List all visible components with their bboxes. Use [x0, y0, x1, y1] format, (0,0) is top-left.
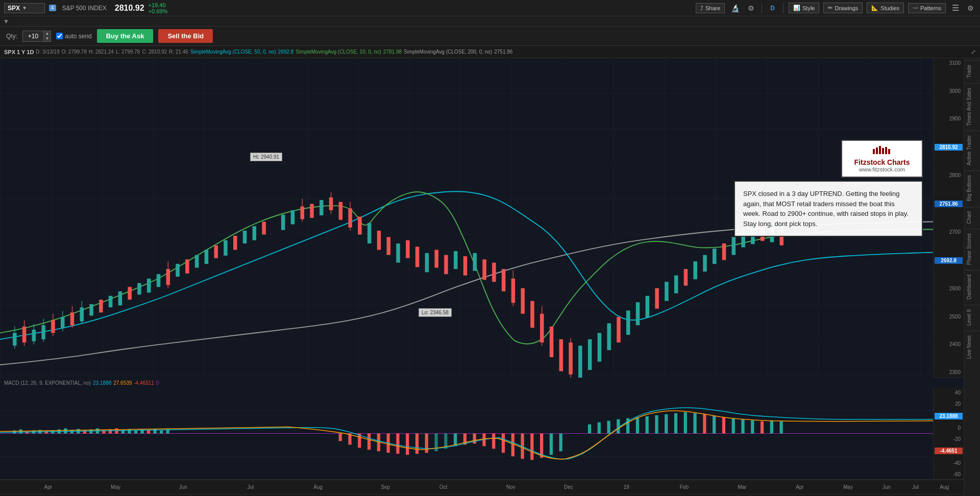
svg-rect-166 [674, 413, 677, 434]
time-may: May [111, 484, 120, 490]
style-button[interactable]: 📊 Style [789, 3, 819, 13]
patterns-button[interactable]: 〰 Patterns [908, 3, 946, 13]
share-button[interactable]: ⤴ Share [696, 3, 725, 13]
svg-rect-159 [607, 421, 610, 434]
price-change: +19.40 +0.69% [149, 2, 168, 14]
menu-icon[interactable]: ☰ [950, 2, 961, 14]
svg-rect-20 [109, 296, 113, 308]
separator1 [762, 3, 762, 13]
chart-low: L: 2799.78 [116, 49, 140, 55]
sma50-value: 2692.8 [278, 49, 294, 55]
svg-rect-55 [415, 246, 420, 267]
macd-scale-neg20: -20 [935, 436, 963, 442]
price-scale: 3100 3000 2900 2810.92 2800 2751.86 2700… [933, 58, 964, 377]
svg-rect-80 [626, 311, 630, 335]
sma10-label: SimpleMovingAvg (CLOSE, 10, 0, no) [296, 49, 381, 55]
svg-rect-34 [233, 236, 237, 250]
svg-rect-81 [636, 302, 640, 325]
svg-rect-149 [492, 434, 495, 449]
sma200-value: 2751.86 [494, 49, 512, 55]
price-chart[interactable]: Hi: 2940.91 Lo: 2346.58 [0, 58, 964, 378]
time-feb: Feb [680, 484, 689, 490]
gear-settings-icon[interactable]: ⚙ [965, 3, 976, 13]
svg-rect-141 [415, 434, 419, 454]
macd-value4: 0 [156, 380, 159, 386]
qty-down-button[interactable]: ▼ [43, 36, 51, 41]
qty-up-button[interactable]: ▲ [43, 31, 51, 36]
sma10-value: 2781.98 [383, 49, 402, 55]
svg-rect-97 [873, 149, 875, 154]
svg-rect-46 [339, 202, 343, 220]
dropdown-icon[interactable]: ▼ [22, 5, 27, 11]
drawings-button[interactable]: ✏ Drawings [823, 3, 863, 13]
svg-rect-77 [598, 333, 602, 361]
symbol-selector[interactable]: SPX ▼ [4, 3, 45, 13]
svg-rect-162 [636, 417, 639, 434]
chart-symbol: SPX 1 Y 1D [4, 49, 34, 55]
sell-bid-button[interactable]: Sell the Bid [158, 29, 213, 43]
chart-open: O: 2799.78 [61, 49, 86, 55]
svg-rect-116 [64, 429, 67, 434]
collapse-icon[interactable]: ▼ [3, 18, 9, 25]
chart-expand-icon[interactable]: ⤢ [971, 48, 976, 56]
svg-rect-64 [502, 269, 506, 291]
svg-rect-91 [732, 237, 736, 255]
sidebar-tab-active-trader[interactable]: Active Trader [964, 131, 980, 169]
svg-rect-75 [578, 345, 582, 379]
svg-rect-18 [89, 304, 93, 316]
chart-date: D: 3/13/19 [36, 49, 59, 55]
svg-rect-175 [761, 421, 764, 434]
macd-scale-neg40: -40 [935, 460, 963, 466]
flask-icon[interactable]: 🔬 [729, 3, 742, 13]
price-2600: 2600 [935, 286, 963, 291]
buy-ask-button[interactable]: Buy the Ask [97, 29, 154, 43]
sidebar-tab-trade[interactable]: Trade [964, 60, 980, 82]
separator2 [783, 3, 783, 13]
svg-rect-71 [550, 327, 554, 357]
index-name: S&P 500 INDEX [62, 5, 107, 12]
macd-value1: 23.1888 [93, 380, 111, 386]
svg-rect-101 [885, 147, 887, 154]
symbol-text: SPX [8, 5, 20, 12]
svg-rect-78 [607, 324, 611, 351]
price-2300: 2300 [935, 369, 963, 375]
svg-rect-59 [454, 251, 458, 269]
svg-rect-38 [281, 215, 285, 230]
svg-rect-151 [511, 434, 514, 457]
qty-input[interactable] [23, 32, 43, 41]
sidebar-tab-live-news[interactable]: Live News [964, 331, 980, 363]
timeframe-d[interactable]: D [767, 4, 778, 13]
svg-rect-76 [588, 339, 592, 370]
studies-button[interactable]: 📐 Studies [867, 3, 904, 13]
sidebar-tab-chart[interactable]: Chart [964, 207, 980, 228]
svg-rect-51 [377, 231, 381, 250]
sidebar-tab-phase-scores[interactable]: Phase Scores [964, 229, 980, 269]
settings-icon[interactable]: ⚙ [746, 3, 756, 13]
time-axis: Apr May Jun Jul Aug Sep Oct Nov Dec 19 F… [0, 480, 964, 494]
sidebar-tab-level-ii[interactable]: Level II [964, 305, 980, 330]
svg-rect-30 [195, 255, 199, 268]
svg-rect-43 [320, 200, 324, 215]
svg-rect-136 [368, 434, 371, 450]
svg-rect-99 [879, 146, 881, 154]
svg-rect-147 [473, 434, 476, 444]
macd-value2: 27.6539 [113, 380, 132, 386]
sma50-label: SimpleMovingAvg (CLOSE, 50, 0, no) [190, 49, 276, 55]
qty-input-wrap[interactable]: ▲ ▼ [22, 31, 51, 42]
svg-rect-29 [185, 259, 189, 274]
svg-rect-156 [559, 434, 562, 452]
svg-rect-28 [176, 264, 180, 277]
auto-send-label[interactable]: auto send [56, 33, 92, 40]
sidebar-tab-big-buttons[interactable]: Big Buttons [964, 170, 980, 205]
svg-rect-58 [444, 255, 448, 275]
sidebar-tab-times-and-sales[interactable]: Times And Sales [964, 83, 980, 130]
svg-rect-87 [693, 261, 697, 279]
svg-rect-113 [45, 431, 48, 434]
svg-rect-63 [492, 263, 496, 282]
svg-rect-50 [368, 223, 372, 243]
sidebar-tab-dashboard[interactable]: Dashboard [964, 270, 980, 304]
auto-send-checkbox[interactable] [56, 33, 63, 39]
svg-rect-84 [665, 282, 669, 301]
macd-scale-40: 40 [935, 390, 963, 395]
price-sma50: 2692.8 [935, 257, 963, 264]
